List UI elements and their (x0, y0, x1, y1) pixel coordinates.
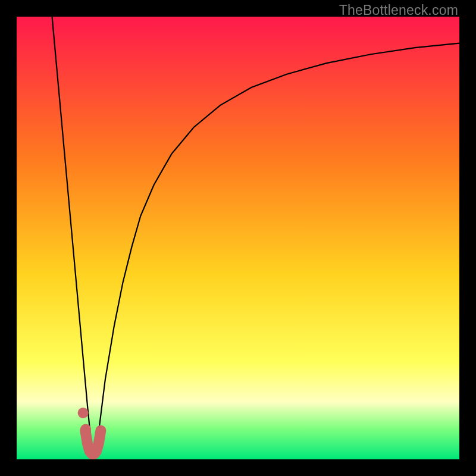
highlight-dot (80, 424, 91, 434)
watermark-text: TheBottleneck.com (339, 2, 458, 18)
curve-right-branch (96, 43, 459, 450)
highlight-dot (78, 408, 89, 418)
plot-area (17, 17, 459, 459)
curve-layer (17, 17, 459, 459)
chart-frame: TheBottleneck.com (0, 0, 476, 476)
curve-left-branch (52, 17, 92, 450)
